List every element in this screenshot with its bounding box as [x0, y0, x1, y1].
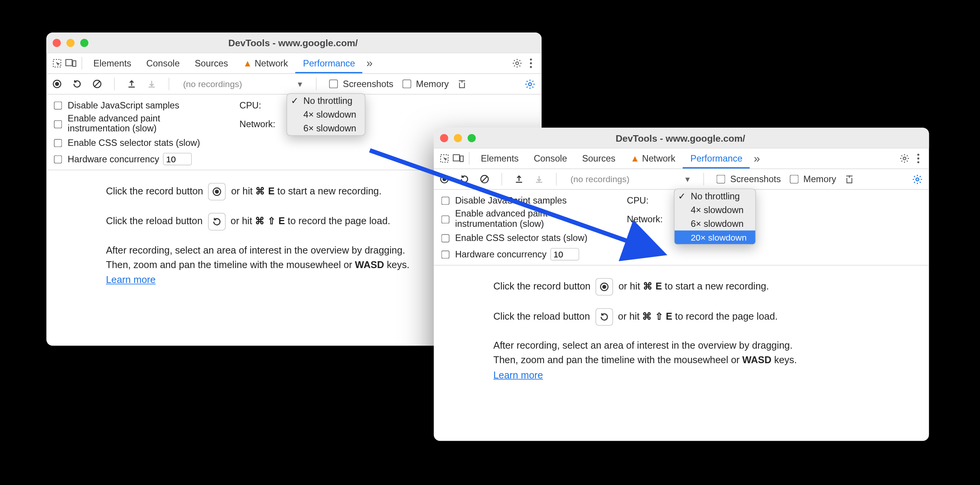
svg-point-19 — [917, 157, 919, 159]
separator — [114, 78, 115, 90]
window-title: DevTools - www.google.com/ — [481, 133, 880, 143]
tab-performance[interactable]: Performance — [683, 149, 750, 168]
kebab-icon[interactable] — [524, 58, 538, 68]
device-icon[interactable] — [64, 57, 78, 70]
svg-point-11 — [528, 82, 531, 86]
hardware-concurrency-checkbox[interactable]: Hardware concurrency — [51, 153, 159, 165]
svg-line-10 — [95, 81, 100, 86]
main-tabs: Elements Console Sources ▲Network Perfor… — [46, 53, 542, 74]
svg-point-27 — [602, 285, 606, 289]
svg-point-4 — [530, 58, 532, 60]
close-icon[interactable] — [53, 39, 61, 47]
learn-more-link[interactable]: Learn more — [106, 274, 156, 285]
window-controls — [53, 39, 88, 47]
settings-icon[interactable] — [510, 58, 524, 68]
advanced-paint-checkbox[interactable]: Enable advanced paint instrumentation (s… — [51, 114, 212, 134]
learn-more-link[interactable]: Learn more — [493, 369, 543, 380]
more-tabs-icon[interactable]: » — [750, 152, 764, 165]
download-icon[interactable] — [145, 77, 159, 91]
capture-settings-icon[interactable] — [910, 172, 924, 186]
capture-settings-icon[interactable] — [523, 77, 537, 91]
throttle-option-4x[interactable]: 4× slowdown — [287, 108, 365, 121]
warning-icon: ▲ — [243, 58, 252, 68]
settings-icon[interactable] — [897, 154, 911, 163]
disable-js-samples-checkbox[interactable]: Disable JavaScript samples — [51, 99, 179, 111]
separator — [169, 78, 169, 90]
screenshots-checkbox[interactable]: Screenshots — [326, 78, 393, 90]
svg-point-25 — [915, 178, 918, 181]
reload-button[interactable] — [595, 308, 613, 326]
css-selector-stats-checkbox[interactable]: Enable CSS selector stats (slow) — [51, 137, 200, 149]
clear-icon[interactable] — [90, 77, 104, 91]
minimize-icon[interactable] — [454, 134, 462, 142]
recordings-select[interactable]: (no recordings)▾ — [179, 79, 306, 89]
throttle-option-none[interactable]: ✓No throttling — [287, 94, 365, 108]
separator — [316, 78, 317, 90]
cpu-throttling-dropdown: ✓No throttling 4× slowdown 6× slowdown — [286, 93, 365, 136]
window-title: DevTools - www.google.com/ — [93, 37, 493, 48]
record-icon[interactable] — [50, 77, 64, 91]
svg-point-5 — [530, 62, 532, 64]
separator — [703, 173, 704, 186]
reload-icon[interactable] — [70, 77, 84, 91]
svg-point-20 — [917, 161, 919, 163]
tab-sources[interactable]: Sources — [187, 53, 236, 73]
perf-toolbar: (no recordings)▾ Screenshots Memory — [46, 74, 542, 95]
inspect-icon[interactable] — [50, 57, 64, 70]
tab-performance[interactable]: Performance — [295, 53, 363, 73]
titlebar: DevTools - www.google.com/ — [46, 32, 542, 53]
record-button[interactable] — [596, 278, 613, 296]
hardware-concurrency-input[interactable] — [163, 153, 191, 165]
check-icon: ✓ — [291, 96, 299, 106]
svg-line-28 — [370, 150, 664, 254]
more-tabs-icon[interactable]: » — [363, 57, 376, 70]
svg-point-8 — [55, 82, 59, 86]
zoom-icon[interactable] — [80, 39, 88, 47]
after-recording-text: After recording, select an area of inter… — [493, 338, 914, 382]
upload-icon[interactable] — [125, 77, 138, 91]
network-label: Network: — [239, 119, 275, 129]
cpu-label: CPU: — [239, 100, 261, 110]
reload-hint: Click the reload button or hit ⌘ ⇧ E to … — [493, 308, 914, 326]
svg-rect-2 — [73, 61, 76, 66]
close-icon[interactable] — [440, 134, 448, 142]
tab-elements[interactable]: Elements — [86, 53, 139, 73]
annotation-arrow — [363, 144, 690, 269]
svg-point-6 — [530, 66, 532, 68]
record-hint: Click the record button or hit ⌘ E to st… — [493, 278, 914, 296]
kebab-icon[interactable] — [912, 154, 925, 163]
perf-empty-state: Click the record button or hit ⌘ E to st… — [434, 265, 929, 388]
gc-icon[interactable] — [455, 77, 469, 91]
reload-button[interactable] — [208, 213, 226, 231]
memory-checkbox[interactable]: Memory — [400, 78, 449, 90]
screenshots-checkbox[interactable]: Screenshots — [714, 173, 781, 186]
tab-console[interactable]: Console — [139, 53, 187, 73]
window-controls — [440, 134, 475, 142]
chevron-down-icon: ▾ — [298, 79, 302, 89]
record-button[interactable] — [208, 183, 226, 200]
svg-point-13 — [215, 190, 219, 194]
separator — [81, 57, 82, 70]
minimize-icon[interactable] — [67, 39, 75, 47]
memory-checkbox[interactable]: Memory — [787, 173, 836, 186]
svg-rect-1 — [66, 60, 72, 66]
throttle-option-6x[interactable]: 6× slowdown — [287, 121, 365, 135]
zoom-icon[interactable] — [467, 134, 475, 142]
tab-network[interactable]: ▲Network — [235, 53, 295, 73]
svg-point-3 — [516, 62, 518, 65]
svg-point-18 — [917, 154, 919, 155]
svg-point-17 — [903, 157, 906, 160]
gc-icon[interactable] — [842, 172, 856, 186]
